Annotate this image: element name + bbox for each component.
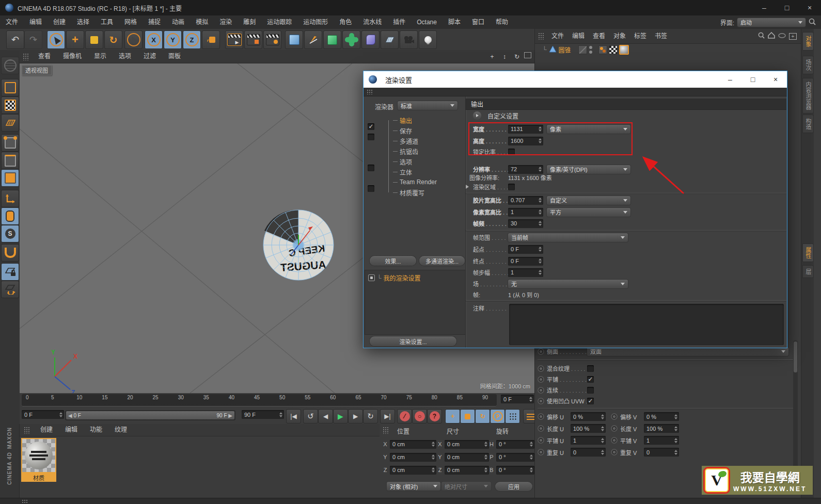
tab-content-browser[interactable]: 内容浏览器 (802, 78, 814, 113)
key-pla-button[interactable] (505, 409, 520, 424)
tree-item-output[interactable]: 输出 (393, 116, 412, 124)
redo-button[interactable]: ↷ (24, 30, 42, 49)
dialog-minimize-button[interactable]: – (719, 72, 741, 87)
coord-rotation-field[interactable]: 0 ° (496, 453, 534, 462)
frame-step-field[interactable]: 1 (508, 268, 543, 277)
material-thumbnail[interactable] (21, 438, 56, 473)
last-used-tool[interactable] (124, 30, 143, 49)
dialog-close-button[interactable]: × (764, 72, 787, 87)
viewport-menu-item[interactable]: 查看 (32, 50, 57, 63)
start-frame-field[interactable]: 0 F (508, 245, 543, 254)
object-name-label[interactable]: 圆锥 (559, 45, 571, 54)
render-settings-menu-button[interactable]: 渲染设置... (370, 336, 456, 346)
menu-item[interactable]: Octane (411, 15, 443, 29)
fields-dropdown[interactable]: 无 (508, 280, 628, 288)
lock-z-axis-button[interactable]: Z (183, 30, 201, 49)
stereo-enabled-checkbox[interactable] (368, 165, 374, 171)
render-picture-viewer-button[interactable] (244, 30, 262, 49)
menu-item[interactable]: 雕刻 (238, 15, 261, 29)
deformer-button[interactable] (361, 30, 380, 49)
apply-button[interactable]: 应用 (495, 482, 532, 491)
menu-item[interactable]: 动画 (166, 15, 190, 29)
autokey-button[interactable]: ○ (412, 409, 427, 424)
uv-field[interactable]: 0 % (571, 412, 606, 421)
range-start-field[interactable]: 0 F (22, 410, 64, 419)
render-region-checkbox[interactable] (508, 184, 515, 190)
resolution-unit-dropdown[interactable]: 像素/英寸(DPI) (547, 165, 630, 174)
uv-field[interactable]: 0 (644, 448, 679, 457)
current-frame-field[interactable]: 0 F (501, 395, 534, 403)
next-frame-button[interactable]: ▶ (348, 409, 363, 424)
tree-item-multipass[interactable]: 多通道 (393, 137, 418, 145)
material-menu-item[interactable]: 纹理 (108, 424, 133, 436)
viewport-menu-item[interactable]: 显示 (88, 50, 113, 63)
effects-button[interactable]: 效果... (370, 256, 416, 266)
anim-dot-icon[interactable] (538, 365, 544, 372)
menu-item[interactable]: 编辑 (24, 15, 48, 29)
tab-objects[interactable]: 对象 (802, 32, 814, 51)
drag-handle-icon[interactable] (23, 53, 29, 60)
tree-item-save[interactable]: 保存 (393, 126, 412, 135)
object-manager-menu-item[interactable]: 书签 (651, 29, 671, 43)
save-enabled-checkbox[interactable] (368, 123, 374, 130)
object-manager-menu-item[interactable]: 对象 (609, 29, 630, 43)
coord-position-field[interactable]: 0 cm (390, 440, 436, 449)
coordinate-system-button[interactable]: ⌐ (202, 30, 220, 49)
menu-item[interactable]: 选择 (71, 15, 95, 29)
timeline-ruler[interactable]: 051015202530354045505560657075808590 0 F (20, 393, 534, 408)
model-mode-button[interactable] (1, 79, 19, 96)
uv-field[interactable]: 1 (644, 436, 679, 445)
move-tool[interactable]: + (66, 30, 84, 49)
viewport-menu-item[interactable]: 摄像机 (57, 50, 88, 63)
pixel-aspect-field[interactable]: 1 (508, 208, 543, 217)
keyframe-selection-button[interactable]: ? (427, 409, 442, 424)
polygons-mode-button[interactable] (1, 169, 19, 187)
workplane-mode-button[interactable] (1, 114, 19, 132)
goto-start-button[interactable]: |◀ (286, 409, 301, 424)
render-settings-button[interactable] (263, 30, 281, 49)
object-manager-menu-item[interactable]: 文件 (547, 29, 568, 43)
menu-item[interactable]: 模拟 (190, 15, 214, 29)
viewport-menu-item[interactable]: 过滤 (137, 50, 162, 63)
use-bump-uvw-checkbox[interactable] (587, 398, 594, 404)
anim-dot-icon[interactable] (538, 413, 544, 420)
viewport-pan-icon[interactable]: + (487, 52, 497, 61)
tab-attributes[interactable]: 属性 (802, 243, 814, 262)
film-aspect-field[interactable]: 0.707 (508, 196, 543, 205)
preset-item-label[interactable]: 我的渲染设置 (384, 273, 421, 282)
points-mode-button[interactable] (1, 134, 19, 152)
key-position-button[interactable]: + (445, 409, 460, 424)
uv-field[interactable]: 1 (571, 436, 606, 445)
play-reverse-button[interactable]: ↺ (303, 409, 318, 424)
window-minimize-button[interactable]: – (753, 0, 776, 15)
mograph-button[interactable] (342, 30, 360, 49)
phong-tag-icon[interactable] (598, 45, 607, 54)
rotate-tool[interactable]: ↻ (104, 30, 122, 49)
loop-button[interactable]: ↻ (363, 409, 378, 424)
tree-item-material-override[interactable]: 材质覆写 (393, 188, 424, 197)
key-parameter-button[interactable]: P (490, 409, 505, 424)
menu-item[interactable]: 捕捉 (143, 15, 166, 29)
timeline-ticks[interactable]: 051015202530354045505560657075808590 (22, 394, 497, 407)
tab-layers[interactable]: 层 (802, 265, 814, 278)
drag-handle-icon[interactable] (367, 89, 373, 94)
coord-rotation-field[interactable]: 0 ° (496, 440, 534, 449)
annotation-textarea[interactable] (509, 304, 784, 345)
menu-item[interactable]: 脚本 (443, 15, 466, 29)
key-rotation-button[interactable]: ↻ (475, 409, 490, 424)
live-selection-tool[interactable] (47, 30, 65, 49)
viewport-menu-item[interactable]: 面板 (162, 50, 187, 63)
add-generator-button[interactable] (323, 30, 341, 49)
anim-dot-icon[interactable] (611, 449, 618, 456)
multipass-enabled-checkbox[interactable] (368, 134, 374, 140)
menu-item[interactable]: 网格 (119, 15, 143, 29)
menu-item[interactable]: 窗口 (466, 15, 490, 29)
object-manager-menu-item[interactable]: 查看 (589, 29, 609, 43)
play-button[interactable]: ▶ (333, 409, 348, 424)
interface-dropdown[interactable]: 启动 (737, 18, 806, 27)
multipass-render-button[interactable]: 多通道渲染... (419, 256, 465, 266)
add-panel-icon[interactable]: + (789, 33, 797, 40)
menu-item[interactable]: 工具 (95, 15, 119, 29)
render-settings-dialog[interactable]: 渲染设置 – □ × 渲染器 标准 输出 保存 多通道 抗锯齿 选项 立体 Te… (363, 71, 787, 348)
menu-item[interactable]: 创建 (48, 15, 71, 29)
